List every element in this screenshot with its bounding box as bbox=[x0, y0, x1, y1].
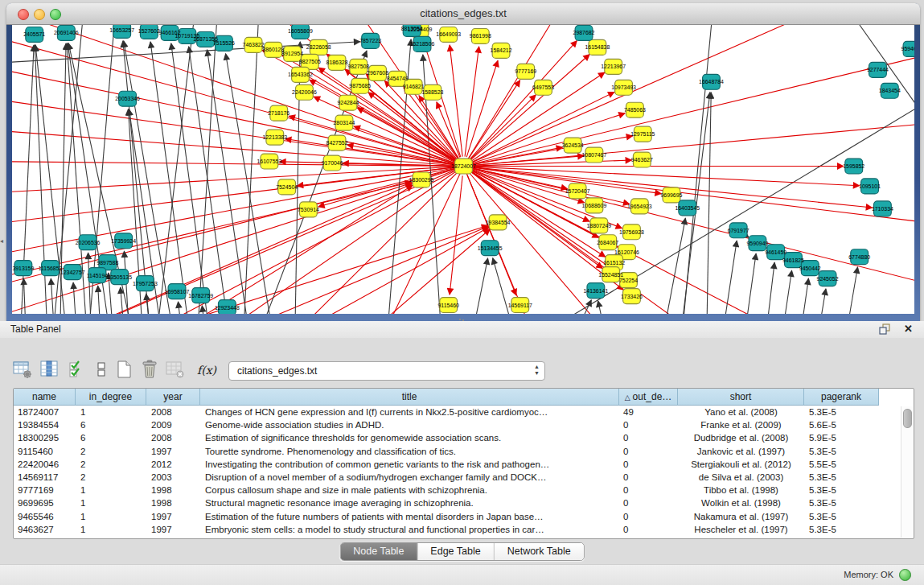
cell-name[interactable]: 9699695 bbox=[14, 496, 76, 509]
table-row[interactable]: 1872400712008Changes of HCN gene express… bbox=[14, 406, 914, 418]
cell-out_de[interactable]: 49 bbox=[619, 406, 678, 418]
cell-out_de[interactable]: 0 bbox=[619, 458, 678, 471]
cell-name[interactable]: 9115460 bbox=[14, 445, 76, 458]
cell-name[interactable]: 14569117 bbox=[14, 471, 76, 484]
cell-in_degree[interactable]: 2 bbox=[76, 445, 146, 458]
column-header-in_degree[interactable]: in_degree bbox=[76, 389, 146, 406]
close-panel-icon[interactable]: ✕ bbox=[904, 323, 913, 335]
cell-out_de[interactable]: 0 bbox=[619, 418, 678, 431]
cell-in_degree[interactable]: 1 bbox=[76, 523, 146, 536]
cell-title[interactable]: Changes of HCN gene expression and I(f) … bbox=[200, 406, 619, 418]
column-header-year[interactable]: year bbox=[146, 389, 200, 406]
cell-year[interactable]: 2009 bbox=[146, 418, 200, 431]
table-settings-icon[interactable] bbox=[11, 359, 34, 381]
cell-in_degree[interactable]: 2 bbox=[76, 458, 146, 471]
cell-in_degree[interactable]: 1 bbox=[76, 484, 146, 496]
cell-in_degree[interactable]: 1 bbox=[76, 406, 146, 418]
cell-title[interactable]: Estimation of the future numbers of pati… bbox=[200, 510, 619, 523]
cell-pagerank[interactable]: 5.3E-5 bbox=[804, 523, 879, 536]
column-header-title[interactable]: title bbox=[200, 389, 619, 406]
column-edit-icon[interactable] bbox=[39, 359, 61, 381]
merge-rows-icon[interactable] bbox=[90, 359, 113, 381]
cell-title[interactable]: Structural magnetic resonance image aver… bbox=[200, 496, 619, 509]
cell-short[interactable]: de Silva et al. (2003) bbox=[678, 471, 804, 484]
cell-year[interactable]: 1998 bbox=[146, 496, 200, 509]
table-row[interactable]: 946362711997Embryonic stem cells: a mode… bbox=[14, 523, 914, 536]
cell-name[interactable]: 19384554 bbox=[14, 418, 76, 431]
cell-year[interactable]: 2008 bbox=[146, 431, 200, 444]
cell-name[interactable]: 9777169 bbox=[14, 484, 76, 496]
column-header-out_de[interactable]: △out_de… bbox=[619, 389, 678, 406]
panel-collapse-arrow[interactable]: ◂ bbox=[0, 238, 3, 245]
cell-title[interactable]: Corpus callosum shape and size in male p… bbox=[200, 484, 619, 496]
cell-year[interactable]: 2003 bbox=[146, 471, 200, 484]
cell-pagerank[interactable]: 5.3E-5 bbox=[804, 406, 879, 418]
vertical-scrollbar[interactable] bbox=[901, 406, 913, 538]
table-row[interactable]: 1830029562008Estimation of significance … bbox=[14, 431, 914, 444]
network-window-titlebar[interactable]: citations_edges.txt bbox=[6, 3, 920, 25]
cell-title[interactable]: Estimation of significance thresholds fo… bbox=[200, 431, 619, 444]
cell-out_de[interactable]: 0 bbox=[619, 484, 678, 496]
select-rows-icon[interactable] bbox=[66, 359, 88, 381]
cell-short[interactable]: Jankovic et al. (1997) bbox=[678, 445, 804, 458]
column-header-pagerank[interactable]: pagerank bbox=[804, 389, 879, 406]
cell-title[interactable]: Tourette syndrome. Phenomenology and cla… bbox=[200, 445, 619, 458]
float-panel-icon[interactable] bbox=[879, 323, 892, 335]
cell-pagerank[interactable]: 5.3E-5 bbox=[804, 471, 879, 484]
cell-year[interactable]: 1998 bbox=[146, 484, 200, 496]
cell-title[interactable]: Disruption of a novel member of a sodium… bbox=[200, 471, 619, 484]
cell-title[interactable]: Genome-wide association studies in ADHD. bbox=[200, 418, 619, 431]
cell-short[interactable]: Stergiakouli et al. (2012) bbox=[678, 458, 804, 471]
table-row[interactable]: 969969511998Structural magnetic resonanc… bbox=[14, 496, 914, 509]
cell-name[interactable]: 18724007 bbox=[14, 406, 76, 418]
table-row[interactable]: 1938455462009Genome-wide association stu… bbox=[14, 418, 914, 431]
cell-pagerank[interactable]: 5.3E-5 bbox=[804, 484, 879, 496]
tab-node-table[interactable]: Node Table bbox=[340, 543, 417, 560]
cell-year[interactable]: 2008 bbox=[146, 406, 200, 418]
cell-out_de[interactable]: 0 bbox=[619, 496, 678, 509]
table-row[interactable]: 1456911722003Disruption of a novel membe… bbox=[14, 471, 914, 484]
cell-short[interactable]: Wolkin et al. (1998) bbox=[678, 496, 804, 509]
cell-out_de[interactable]: 0 bbox=[619, 471, 678, 484]
cell-short[interactable]: Dudbridge et al. (2008) bbox=[678, 431, 804, 444]
column-header-name[interactable]: name bbox=[14, 389, 76, 406]
cell-short[interactable]: Franke et al. (2009) bbox=[678, 418, 804, 431]
cell-title[interactable]: Embryonic stem cells: a model to study s… bbox=[200, 523, 619, 536]
cell-pagerank[interactable]: 5.9E-5 bbox=[804, 431, 879, 444]
cell-name[interactable]: 9465546 bbox=[14, 510, 76, 523]
cell-in_degree[interactable]: 2 bbox=[76, 471, 146, 484]
cell-short[interactable]: Nakamura et al. (1997) bbox=[678, 510, 804, 523]
table-row[interactable]: 977716911998Corpus callosum shape and si… bbox=[14, 484, 914, 496]
cell-pagerank[interactable]: 5.5E-5 bbox=[804, 458, 879, 471]
cell-short[interactable]: Tibbo et al. (1998) bbox=[678, 484, 804, 496]
cell-out_de[interactable]: 0 bbox=[619, 523, 678, 536]
cell-out_de[interactable]: 0 bbox=[619, 445, 678, 458]
cell-out_de[interactable]: 0 bbox=[619, 431, 678, 444]
network-graph-canvas[interactable]: 1872400718300295193845547463822886012889… bbox=[12, 25, 914, 314]
cell-out_de[interactable]: 0 bbox=[619, 510, 678, 523]
delete-table-icon[interactable] bbox=[138, 359, 161, 381]
cell-in_degree[interactable]: 1 bbox=[76, 510, 146, 523]
table-row[interactable]: 911546021997Tourette syndrome. Phenomeno… bbox=[14, 445, 914, 458]
cell-name[interactable]: 18300295 bbox=[14, 431, 76, 444]
cell-in_degree[interactable]: 6 bbox=[76, 418, 146, 431]
cell-short[interactable]: Hescheler et al. (1997) bbox=[678, 523, 804, 536]
cell-pagerank[interactable]: 5.6E-5 bbox=[804, 418, 879, 431]
cell-year[interactable]: 1997 bbox=[146, 523, 200, 536]
tab-network-table[interactable]: Network Table bbox=[495, 543, 584, 560]
cell-in_degree[interactable]: 1 bbox=[76, 496, 146, 509]
new-table-icon[interactable] bbox=[113, 359, 135, 381]
cell-pagerank[interactable]: 5.3E-5 bbox=[804, 445, 879, 458]
cell-year[interactable]: 2012 bbox=[146, 458, 200, 471]
tab-edge-table[interactable]: Edge Table bbox=[417, 543, 494, 560]
cell-short[interactable]: Yano et al. (2008) bbox=[678, 406, 804, 418]
table-row[interactable]: 2242004622012Investigating the contribut… bbox=[14, 458, 914, 471]
scrollbar-thumb[interactable] bbox=[903, 409, 912, 428]
cell-pagerank[interactable]: 5.3E-5 bbox=[804, 510, 879, 523]
cell-name[interactable]: 9463627 bbox=[14, 523, 76, 536]
cell-name[interactable]: 22420046 bbox=[14, 458, 76, 471]
cell-pagerank[interactable]: 5.3E-5 bbox=[804, 496, 879, 509]
cell-title[interactable]: Investigating the contribution of common… bbox=[200, 458, 619, 471]
table-row[interactable]: 946554611997Estimation of the future num… bbox=[14, 510, 914, 523]
column-header-short[interactable]: short bbox=[678, 389, 804, 406]
